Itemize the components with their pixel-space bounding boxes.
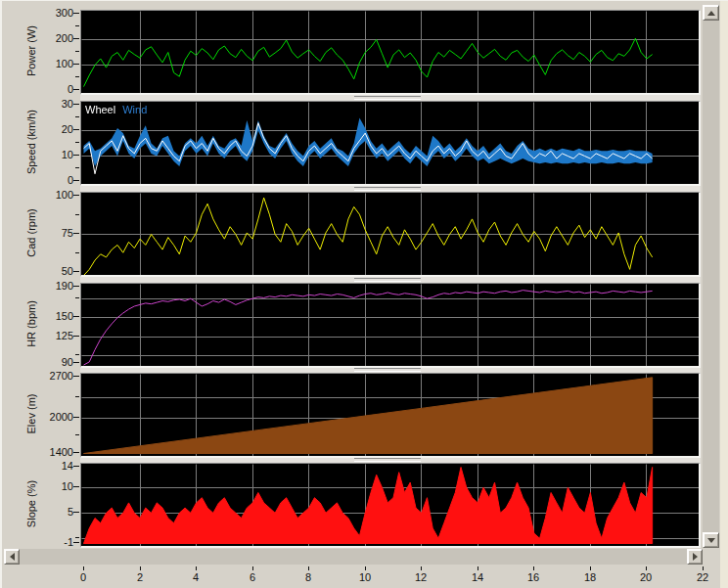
y-tick-mark	[73, 64, 79, 65]
scroll-left-button[interactable]	[4, 549, 20, 565]
y-tick-mark	[73, 336, 79, 337]
plot-frame-elev	[80, 373, 701, 458]
plot-cad[interactable]	[81, 193, 699, 275]
y-tick-mark	[73, 233, 79, 234]
legend: WheelWind	[85, 104, 154, 115]
y-tick-mark	[73, 286, 79, 287]
plot-frame-speed: WheelWind	[80, 101, 701, 186]
x-tick-label: 20	[633, 571, 659, 583]
x-tick-mark	[252, 566, 253, 570]
y-minor-tick-mark	[75, 434, 79, 435]
y-tick-mark	[73, 376, 79, 377]
pane-splitter-handle[interactable]	[354, 96, 421, 100]
plot-speed[interactable]	[81, 102, 699, 184]
x-tick-label: 6	[240, 571, 265, 583]
y-tick-mark	[73, 129, 79, 130]
chart-row-power: Power (W)3002001000	[2, 10, 728, 92]
x-tick-mark	[590, 566, 591, 570]
plot-frame-slope	[80, 463, 701, 548]
y-tick-mark	[73, 13, 79, 14]
y-tick-label: 2000	[34, 411, 73, 423]
y-tick-label: 30	[34, 98, 73, 110]
scroll-right-arrow-icon	[693, 553, 698, 561]
y-tick-label: 14	[34, 460, 73, 472]
plot-hr[interactable]	[81, 284, 699, 366]
x-tick-label: 0	[70, 571, 96, 583]
legend-entry: Wheel	[85, 104, 115, 115]
y-tick-label: 5	[34, 506, 73, 518]
x-tick-mark	[196, 566, 197, 570]
y-tick-mark	[73, 104, 79, 105]
plot-power[interactable]	[81, 11, 699, 93]
y-minor-tick-mark	[75, 354, 79, 355]
x-tick-mark	[83, 566, 84, 570]
y-tick-label: 190	[34, 280, 73, 292]
y-tick-label: -1	[34, 536, 73, 548]
x-tick-mark	[365, 566, 366, 570]
vertical-scrollbar[interactable]	[703, 5, 719, 548]
y-tick-label: 0	[34, 174, 73, 186]
y-tick-mark	[73, 466, 79, 467]
y-tick-label: 100	[34, 189, 73, 201]
pane-splitter-handle[interactable]	[354, 458, 421, 462]
x-tick-mark	[646, 566, 647, 570]
chart-row-hr: HR (bpm)19015012590	[2, 283, 728, 365]
plot-frame-power	[80, 10, 701, 95]
x-tick-mark	[703, 566, 704, 570]
x-tick-mark	[421, 566, 422, 570]
pane-splitter-handle[interactable]	[354, 368, 421, 372]
plot-slope[interactable]	[81, 464, 699, 546]
x-tick-mark	[140, 566, 141, 570]
x-tick-label: 12	[408, 571, 433, 583]
scroll-up-arrow-icon	[707, 11, 715, 16]
y-minor-tick-mark	[75, 537, 79, 538]
y-tick-mark	[73, 155, 79, 156]
plot-elev[interactable]	[81, 374, 699, 456]
y-tick-label: 300	[34, 7, 73, 19]
x-tick-mark	[478, 566, 478, 570]
scroll-down-button[interactable]	[703, 532, 719, 548]
y-minor-tick-mark	[75, 76, 79, 77]
y-tick-label: 150	[34, 310, 73, 322]
chart-row-slope: Slope (%)14105-1	[2, 463, 728, 545]
horizontal-scrollbar[interactable]	[4, 549, 703, 565]
chart-row-elev: Elev (m)270020001400	[2, 373, 728, 455]
y-tick-mark	[73, 89, 79, 90]
scroll-up-button[interactable]	[703, 5, 719, 21]
y-minor-tick-mark	[75, 25, 79, 26]
y-tick-mark	[73, 452, 79, 453]
y-tick-mark	[73, 271, 79, 272]
y-tick-label: 10	[34, 480, 73, 492]
scroll-left-arrow-icon	[10, 553, 15, 561]
y-minor-tick-mark	[75, 252, 79, 253]
y-minor-tick-mark	[75, 297, 79, 298]
y-minor-tick-mark	[75, 167, 79, 168]
y-tick-mark	[73, 417, 79, 418]
y-tick-mark	[73, 486, 79, 487]
x-tick-label: 16	[521, 571, 546, 583]
scroll-down-arrow-icon	[707, 538, 715, 543]
y-minor-tick-mark	[75, 116, 79, 117]
y-minor-tick-mark	[75, 396, 79, 397]
scroll-right-button[interactable]	[687, 549, 703, 565]
chart-panel-window: Power (W)3002001000Speed (km/h)3020100Wh…	[0, 0, 728, 588]
y-tick-label: 20	[34, 123, 73, 135]
pane-splitter-handle[interactable]	[354, 187, 421, 191]
chart-row-speed: Speed (km/h)3020100WheelWind	[2, 101, 728, 183]
pane-splitter-handle[interactable]	[354, 278, 421, 282]
x-tick-label: 14	[465, 571, 490, 583]
axis-title-speed: Speed (km/h)	[25, 110, 37, 174]
legend-entry: Wind	[122, 104, 147, 115]
y-tick-mark	[73, 362, 79, 363]
y-tick-label: 2700	[34, 370, 73, 382]
x-tick-label: 4	[183, 571, 208, 583]
y-tick-mark	[73, 180, 79, 181]
x-tick-label: 18	[577, 571, 603, 583]
x-tick-mark	[308, 566, 309, 570]
y-tick-mark	[73, 316, 79, 317]
x-tick-label: 22	[690, 571, 715, 583]
y-tick-label: 125	[34, 330, 73, 341]
y-tick-mark	[73, 512, 79, 513]
x-tick-mark	[533, 566, 534, 570]
y-tick-label: 10	[34, 149, 73, 160]
